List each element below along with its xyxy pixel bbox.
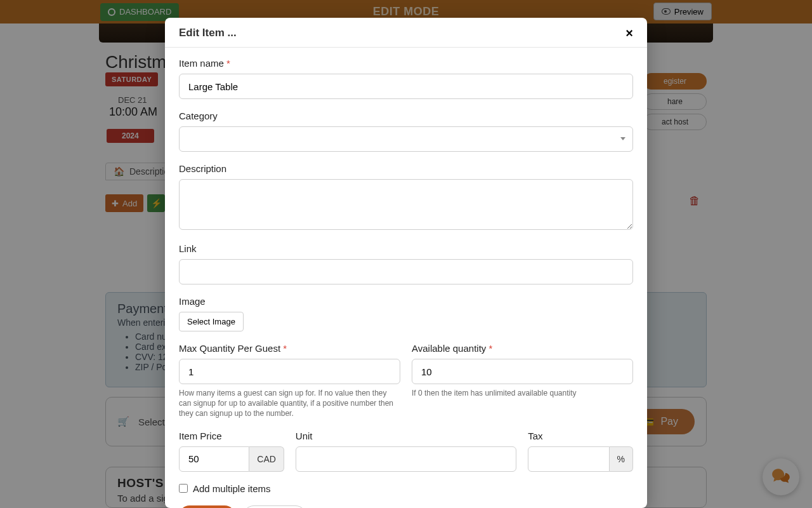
unit-label: Unit xyxy=(296,431,516,441)
item-name-input[interactable] xyxy=(179,74,633,99)
category-label: Category xyxy=(179,110,633,121)
avail-qty-help: If 0 then the item has unlimited availab… xyxy=(412,388,633,398)
select-image-button[interactable]: Select Image xyxy=(179,312,244,331)
link-input[interactable] xyxy=(179,259,633,284)
tax-label: Tax xyxy=(528,431,633,441)
link-label: Link xyxy=(179,243,633,254)
avail-qty-label: Available quantity * xyxy=(412,343,633,354)
close-icon: × xyxy=(625,26,633,40)
cancel-button[interactable]: Cancel xyxy=(243,505,306,508)
close-button[interactable]: × xyxy=(625,27,633,39)
tax-input[interactable] xyxy=(528,446,609,472)
item-price-label: Item Price xyxy=(179,431,284,441)
image-label: Image xyxy=(179,296,633,307)
category-select[interactable] xyxy=(179,126,633,152)
add-multiple-checkbox[interactable] xyxy=(179,484,188,493)
description-label: Description xyxy=(179,163,633,174)
save-button[interactable]: Save xyxy=(179,505,235,508)
item-price-input[interactable] xyxy=(179,446,249,472)
max-qty-input[interactable] xyxy=(179,359,400,384)
max-qty-help: How many items a guest can sign up for. … xyxy=(179,388,400,419)
avail-qty-input[interactable] xyxy=(412,359,633,384)
edit-item-modal: Edit Item ... × Item name * Category Des… xyxy=(165,18,647,508)
description-textarea[interactable] xyxy=(179,179,633,230)
max-qty-label: Max Quantity Per Guest * xyxy=(179,343,400,354)
unit-input[interactable] xyxy=(296,446,516,472)
add-multiple-label: Add multiple items xyxy=(193,483,271,494)
price-currency-suffix: CAD xyxy=(249,446,284,472)
tax-percent-suffix: % xyxy=(610,446,633,472)
item-name-label: Item name * xyxy=(179,58,633,69)
modal-title: Edit Item ... xyxy=(179,27,237,39)
